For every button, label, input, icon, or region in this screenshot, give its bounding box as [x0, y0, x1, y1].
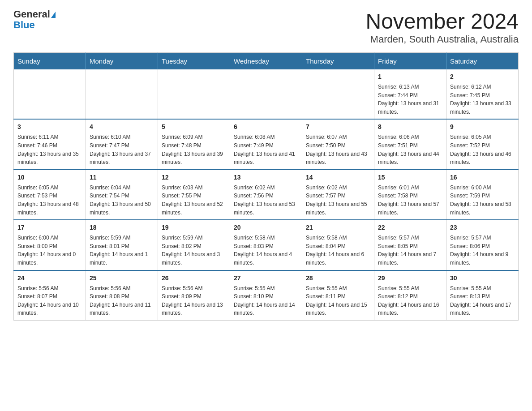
day-info: Sunrise: 6:00 AMSunset: 7:59 PMDaylight:…	[450, 184, 515, 217]
day-info: Sunrise: 6:01 AMSunset: 7:58 PMDaylight:…	[378, 184, 442, 217]
calendar-cell: 22Sunrise: 5:57 AMSunset: 8:05 PMDayligh…	[374, 220, 446, 270]
day-number: 7	[306, 122, 370, 132]
logo-blue: Blue	[13, 20, 56, 30]
week-row-2: 10Sunrise: 6:05 AMSunset: 7:53 PMDayligh…	[14, 170, 519, 220]
day-number: 16	[450, 173, 515, 182]
day-info: Sunrise: 6:09 AMSunset: 7:48 PMDaylight:…	[162, 133, 226, 166]
calendar-cell: 2Sunrise: 6:12 AMSunset: 7:45 PMDaylight…	[446, 69, 519, 119]
calendar-cell: 29Sunrise: 5:55 AMSunset: 8:12 PMDayligh…	[374, 270, 446, 321]
week-row-1: 3Sunrise: 6:11 AMSunset: 7:46 PMDaylight…	[14, 119, 519, 169]
day-of-week-saturday: Saturday	[446, 53, 519, 70]
day-number: 8	[378, 122, 442, 132]
week-row-3: 17Sunrise: 6:00 AMSunset: 8:00 PMDayligh…	[14, 220, 519, 270]
day-number: 15	[378, 173, 442, 182]
calendar-cell: 7Sunrise: 6:07 AMSunset: 7:50 PMDaylight…	[302, 119, 374, 169]
calendar-cell	[14, 69, 86, 119]
days-of-week-row: SundayMondayTuesdayWednesdayThursdayFrid…	[14, 53, 519, 70]
day-number: 11	[90, 173, 154, 182]
day-info: Sunrise: 5:59 AMSunset: 8:02 PMDaylight:…	[162, 234, 226, 267]
day-of-week-wednesday: Wednesday	[230, 53, 302, 70]
day-of-week-tuesday: Tuesday	[158, 53, 230, 70]
day-number: 27	[234, 274, 298, 283]
day-info: Sunrise: 6:11 AMSunset: 7:46 PMDaylight:…	[17, 133, 82, 166]
day-number: 19	[162, 223, 226, 232]
day-number: 30	[450, 274, 515, 283]
day-info: Sunrise: 5:56 AMSunset: 8:09 PMDaylight:…	[162, 284, 226, 317]
calendar-cell: 3Sunrise: 6:11 AMSunset: 7:46 PMDaylight…	[14, 119, 86, 169]
day-number: 3	[17, 122, 82, 132]
page-header: General Blue November 2024 Marden, South…	[13, 9, 519, 45]
calendar-subtitle: Marden, South Australia, Australia	[365, 34, 519, 45]
calendar-cell: 5Sunrise: 6:09 AMSunset: 7:48 PMDaylight…	[158, 119, 230, 169]
day-number: 13	[234, 173, 298, 182]
calendar-cell: 9Sunrise: 6:05 AMSunset: 7:52 PMDaylight…	[446, 119, 519, 169]
calendar-cell: 27Sunrise: 5:55 AMSunset: 8:10 PMDayligh…	[230, 270, 302, 321]
day-info: Sunrise: 6:02 AMSunset: 7:57 PMDaylight:…	[306, 184, 370, 217]
day-info: Sunrise: 6:13 AMSunset: 7:44 PMDaylight:…	[378, 83, 442, 116]
day-number: 4	[90, 122, 154, 132]
calendar-cell: 25Sunrise: 5:56 AMSunset: 8:08 PMDayligh…	[86, 270, 158, 321]
day-info: Sunrise: 6:02 AMSunset: 7:56 PMDaylight:…	[234, 184, 298, 217]
day-number: 10	[17, 173, 82, 182]
logo-triangle-icon	[51, 12, 56, 18]
day-number: 12	[162, 173, 226, 182]
day-number: 1	[378, 72, 442, 81]
calendar-cell: 6Sunrise: 6:08 AMSunset: 7:49 PMDaylight…	[230, 119, 302, 169]
day-info: Sunrise: 5:56 AMSunset: 8:07 PMDaylight:…	[17, 284, 82, 317]
calendar-cell: 28Sunrise: 5:55 AMSunset: 8:11 PMDayligh…	[302, 270, 374, 321]
day-info: Sunrise: 6:03 AMSunset: 7:55 PMDaylight:…	[162, 184, 226, 217]
day-info: Sunrise: 5:58 AMSunset: 8:04 PMDaylight:…	[306, 234, 370, 267]
day-number: 21	[306, 223, 370, 232]
day-info: Sunrise: 6:08 AMSunset: 7:49 PMDaylight:…	[234, 133, 298, 166]
day-info: Sunrise: 5:57 AMSunset: 8:05 PMDaylight:…	[378, 234, 442, 267]
day-info: Sunrise: 6:10 AMSunset: 7:47 PMDaylight:…	[90, 133, 154, 166]
day-of-week-monday: Monday	[86, 53, 158, 70]
calendar-cell: 16Sunrise: 6:00 AMSunset: 7:59 PMDayligh…	[446, 170, 519, 220]
day-info: Sunrise: 5:57 AMSunset: 8:06 PMDaylight:…	[450, 234, 515, 267]
calendar-cell: 18Sunrise: 5:59 AMSunset: 8:01 PMDayligh…	[86, 220, 158, 270]
day-info: Sunrise: 6:05 AMSunset: 7:53 PMDaylight:…	[17, 184, 82, 217]
calendar-cell	[158, 69, 230, 119]
calendar-cell: 1Sunrise: 6:13 AMSunset: 7:44 PMDaylight…	[374, 69, 446, 119]
day-number: 26	[162, 274, 226, 283]
calendar-cell: 12Sunrise: 6:03 AMSunset: 7:55 PMDayligh…	[158, 170, 230, 220]
day-number: 25	[90, 274, 154, 283]
day-number: 5	[162, 122, 226, 132]
day-number: 6	[234, 122, 298, 132]
day-of-week-thursday: Thursday	[302, 53, 374, 70]
day-info: Sunrise: 5:59 AMSunset: 8:01 PMDaylight:…	[90, 234, 154, 267]
calendar-cell	[86, 69, 158, 119]
calendar-title: November 2024	[365, 9, 519, 34]
day-number: 2	[450, 72, 515, 81]
week-row-0: 1Sunrise: 6:13 AMSunset: 7:44 PMDaylight…	[14, 69, 519, 119]
day-number: 20	[234, 223, 298, 232]
calendar-cell: 30Sunrise: 5:55 AMSunset: 8:13 PMDayligh…	[446, 270, 519, 321]
day-info: Sunrise: 6:06 AMSunset: 7:51 PMDaylight:…	[378, 133, 442, 166]
logo: General Blue	[13, 9, 56, 30]
day-number: 17	[17, 223, 82, 232]
day-info: Sunrise: 6:05 AMSunset: 7:52 PMDaylight:…	[450, 133, 515, 166]
calendar-cell: 23Sunrise: 5:57 AMSunset: 8:06 PMDayligh…	[446, 220, 519, 270]
day-number: 9	[450, 122, 515, 132]
day-number: 24	[17, 274, 82, 283]
day-info: Sunrise: 6:12 AMSunset: 7:45 PMDaylight:…	[450, 83, 515, 116]
calendar-cell: 13Sunrise: 6:02 AMSunset: 7:56 PMDayligh…	[230, 170, 302, 220]
day-number: 14	[306, 173, 370, 182]
calendar-cell: 10Sunrise: 6:05 AMSunset: 7:53 PMDayligh…	[14, 170, 86, 220]
calendar-cell: 8Sunrise: 6:06 AMSunset: 7:51 PMDaylight…	[374, 119, 446, 169]
day-info: Sunrise: 5:55 AMSunset: 8:13 PMDaylight:…	[450, 284, 515, 317]
day-of-week-sunday: Sunday	[14, 53, 86, 70]
day-info: Sunrise: 6:07 AMSunset: 7:50 PMDaylight:…	[306, 133, 370, 166]
day-number: 29	[378, 274, 442, 283]
calendar-cell: 15Sunrise: 6:01 AMSunset: 7:58 PMDayligh…	[374, 170, 446, 220]
day-info: Sunrise: 5:55 AMSunset: 8:10 PMDaylight:…	[234, 284, 298, 317]
day-number: 18	[90, 223, 154, 232]
calendar-cell: 17Sunrise: 6:00 AMSunset: 8:00 PMDayligh…	[14, 220, 86, 270]
calendar-cell	[230, 69, 302, 119]
day-info: Sunrise: 5:58 AMSunset: 8:03 PMDaylight:…	[234, 234, 298, 267]
day-number: 28	[306, 274, 370, 283]
calendar-cell: 14Sunrise: 6:02 AMSunset: 7:57 PMDayligh…	[302, 170, 374, 220]
calendar-cell: 21Sunrise: 5:58 AMSunset: 8:04 PMDayligh…	[302, 220, 374, 270]
calendar-cell: 11Sunrise: 6:04 AMSunset: 7:54 PMDayligh…	[86, 170, 158, 220]
calendar-cell	[302, 69, 374, 119]
